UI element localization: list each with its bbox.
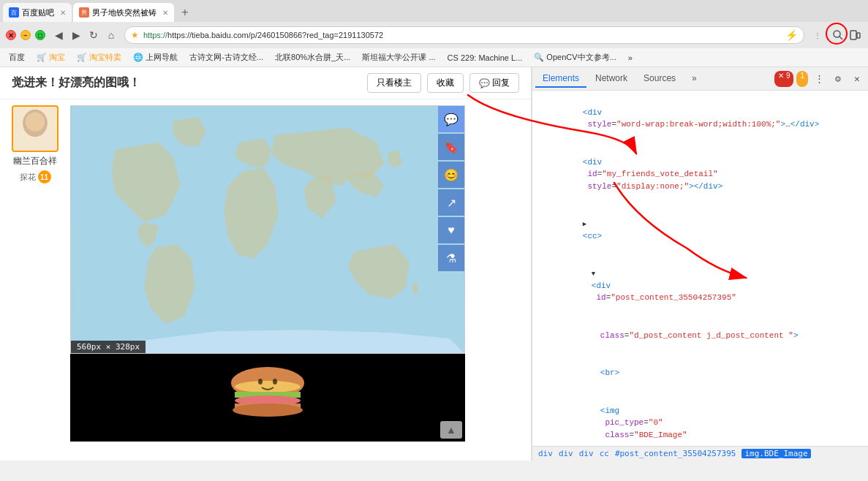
- user-level: 探花 11: [20, 170, 51, 183]
- tab-close-1[interactable]: ✕: [60, 9, 66, 17]
- nav-refresh-button[interactable]: ↻: [86, 28, 101, 42]
- devtools-icon-group: ✕ 9 1 ⋮ ⚙ ✕: [774, 71, 865, 87]
- close-window-button[interactable]: ✕: [6, 30, 16, 40]
- tab-label-2: 男子地铁突然被铸: [92, 7, 156, 18]
- svg-line-1: [839, 37, 842, 39]
- devtools-settings-button[interactable]: ⚙: [830, 71, 846, 87]
- devtools-toolbar: Elements Network Sources » ✕ 9 1 ⋮ ⚙ ✕: [532, 67, 868, 91]
- tab-more[interactable]: »: [684, 70, 704, 88]
- html-line-post-div[interactable]: <div id="post_content_35504257395": [532, 255, 868, 317]
- minimize-button[interactable]: −: [20, 30, 31, 40]
- address-bar[interactable]: ★ https://https://tieba.baidu.com/p/2460…: [124, 26, 804, 44]
- page-header: 觉进来！好漂亮的图哦！ 只看楼主 收藏 💬 回复: [0, 67, 531, 99]
- nav-home-button[interactable]: ⌂: [104, 28, 118, 42]
- error-icon: ✕: [778, 72, 784, 80]
- breadcrumb-cc[interactable]: cc: [600, 449, 609, 458]
- tab-active[interactable]: 男 男子地铁突然被铸 ✕: [73, 3, 174, 22]
- bookmark-navigation[interactable]: 🌐 上网导航: [130, 50, 181, 64]
- bookmark-opencv[interactable]: 🔍 OpenCV中文参考...: [531, 50, 619, 64]
- lightning-icon: ⚡: [785, 29, 798, 41]
- world-map-image: 💬 🔖 😊 ↗ ♥ ⚗ 560px × 328px: [70, 105, 465, 354]
- flask-button[interactable]: ⚗: [438, 245, 464, 271]
- svg-marker-9: [20, 115, 26, 123]
- reply-button[interactable]: 💬 回复: [469, 73, 519, 93]
- breadcrumb-div-2[interactable]: div: [559, 449, 573, 458]
- browser-chrome: 百 百度贴吧 ✕ 男 男子地铁突然被铸 ✕ + ✕ − □ ◀ ▶ ↻ ⌂ ★ …: [0, 0, 868, 67]
- cc-expand[interactable]: [583, 218, 590, 230]
- html-line-img1[interactable]: <img pic_type="0" class="BDE_Image": [532, 392, 868, 446]
- window-controls: ✕ − □: [6, 30, 45, 40]
- svg-point-12: [38, 121, 44, 128]
- page-title: 觉进来！好漂亮的图哦！: [12, 75, 140, 91]
- html-line-cc[interactable]: <cc>: [532, 205, 868, 255]
- page-actions: 只看楼主 收藏 💬 回复: [367, 73, 519, 93]
- tab-favicon-1: 百: [9, 7, 19, 18]
- svg-marker-10: [44, 115, 50, 123]
- html-line-1[interactable]: <div style="word-wrap:break-word;width:1…: [532, 94, 868, 143]
- devtools-close-button[interactable]: ✕: [849, 71, 865, 87]
- breadcrumb-post[interactable]: #post_content_35504257395: [615, 449, 736, 458]
- bookmark-baidu[interactable]: 百度: [6, 50, 28, 64]
- scroll-up-button[interactable]: ▲: [440, 421, 462, 439]
- breadcrumb-div-1[interactable]: div: [538, 449, 553, 458]
- html-line-2[interactable]: <div id="my_friends_vote_detail" style="…: [532, 143, 868, 205]
- svg-rect-2: [850, 31, 856, 39]
- bookmark-star-icon[interactable]: ★: [131, 30, 139, 40]
- svg-point-27: [258, 379, 263, 385]
- images-area: 💬 🔖 😊 ↗ ♥ ⚗ 560px × 328px: [70, 105, 525, 442]
- level-badge: 11: [38, 170, 51, 183]
- tab-sources[interactable]: Sources: [636, 70, 683, 88]
- main-area: 觉进来！好漂亮的图哦！ 只看楼主 收藏 💬 回复: [0, 67, 868, 461]
- tab-close-2[interactable]: ✕: [162, 9, 168, 17]
- new-tab-button[interactable]: +: [176, 3, 195, 22]
- burger-image: ▲: [70, 354, 465, 442]
- address-url-text: https://https://tieba.baidu.com/p/246015…: [143, 31, 781, 39]
- nav-forward-button[interactable]: ▶: [69, 28, 83, 42]
- breadcrumb-img-highlight[interactable]: img.BDE_Image: [741, 449, 810, 458]
- bookmark-taobao-special[interactable]: 🛒 淘宝特卖: [74, 50, 124, 64]
- svg-rect-4: [13, 107, 57, 151]
- html-line-br1[interactable]: <br>: [532, 355, 868, 393]
- bookmark-more[interactable]: »: [625, 52, 635, 64]
- heart-button[interactable]: ♥: [438, 217, 464, 243]
- bookmark-north[interactable]: 北联80%水合肼_天...: [272, 50, 353, 64]
- svg-line-16: [20, 128, 31, 129]
- svg-point-14: [39, 122, 42, 124]
- bookmark-bar: 百度 🛒 淘宝 🛒 淘宝特卖 🌐 上网导航 古诗文网-古诗文经... 北联80%…: [0, 48, 868, 67]
- svg-point-28: [273, 379, 277, 385]
- search-icon: [832, 29, 844, 41]
- nav-back-button[interactable]: ◀: [51, 28, 66, 42]
- device-mode-button[interactable]: [848, 28, 862, 42]
- svg-point-22: [235, 381, 301, 393]
- svg-point-15: [34, 129, 37, 131]
- world-map-svg: [71, 106, 464, 353]
- collect-button[interactable]: 收藏: [427, 73, 464, 93]
- only-landlord-button[interactable]: 只看楼主: [367, 73, 421, 93]
- svg-point-13: [29, 122, 31, 124]
- post-expand[interactable]: [592, 268, 599, 280]
- tab-baidu[interactable]: 百 百度贴吧 ✕: [3, 3, 72, 22]
- html-line-class[interactable]: class="d_post_content j_d_post_content "…: [532, 317, 868, 355]
- devtools-more-button[interactable]: ⋮: [811, 71, 827, 87]
- bookmark-stanford[interactable]: 斯坦福大学公开课 ...: [359, 50, 438, 64]
- emoji-button[interactable]: 😊: [438, 162, 464, 188]
- bookmark-cs229[interactable]: CS 229: Machine L...: [445, 52, 526, 64]
- svg-point-5: [21, 113, 49, 143]
- reply-icon: 💬: [479, 78, 490, 88]
- warn-count-badge: 1: [796, 71, 808, 87]
- breadcrumb-div-3[interactable]: div: [579, 449, 594, 458]
- share-button[interactable]: ↗: [438, 189, 464, 216]
- bookmark-taobao[interactable]: 🛒 淘宝: [34, 50, 68, 64]
- nav-icons: ◀ ▶ ↻ ⌂: [51, 28, 118, 42]
- bookmark-button[interactable]: 🔖: [438, 134, 464, 160]
- svg-line-19: [39, 130, 50, 131]
- maximize-button[interactable]: □: [35, 30, 45, 40]
- more-tabs-button[interactable]: ⋮: [810, 28, 825, 42]
- tab-elements[interactable]: Elements: [535, 70, 586, 88]
- bookmark-gushi[interactable]: 古诗文网-古诗文经...: [186, 50, 266, 64]
- chat-button[interactable]: 💬: [438, 106, 464, 132]
- float-actions: 💬 🔖 😊 ↗ ♥ ⚗: [438, 106, 464, 271]
- devtools-content[interactable]: <div style="word-wrap:break-word;width:1…: [532, 91, 868, 446]
- devtools-search-button[interactable]: [831, 28, 845, 42]
- tab-network[interactable]: Network: [588, 70, 635, 88]
